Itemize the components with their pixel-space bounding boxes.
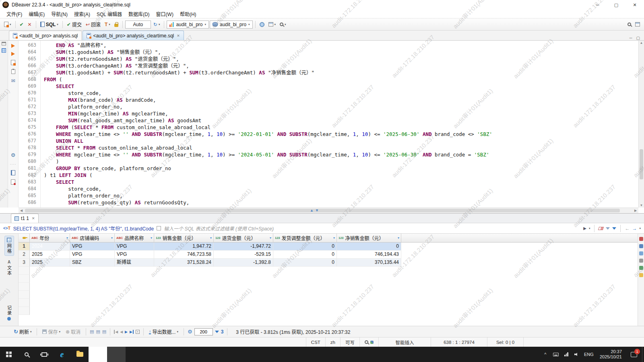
database-selector[interactable]: audit_bi_pro▾ <box>210 21 253 29</box>
code-line[interactable]: GROUP BY store_code, platform_order_no <box>44 165 638 172</box>
code-line[interactable]: ) <box>44 158 638 165</box>
dbeaver-active-taskbar-button[interactable] <box>107 347 126 362</box>
load-file-icon[interactable] <box>11 170 15 175</box>
menu-item[interactable]: 编辑(E) <box>25 10 48 18</box>
row-number[interactable]: 1 <box>19 243 30 251</box>
transaction-mode-dropdown[interactable]: T▾ <box>103 21 112 29</box>
refresh-connection-button[interactable]: ↻▾ <box>152 21 162 29</box>
table-cell[interactable]: VPG <box>115 243 154 251</box>
text-view-tab[interactable]: A 文本 <box>4 258 14 278</box>
column-filter-caret[interactable]: ▾ <box>333 236 335 240</box>
scrollbar-thumb[interactable] <box>640 149 643 179</box>
add-row-icon[interactable]: ▤ <box>90 329 94 334</box>
table-cell[interactable]: 746,723.58 <box>154 251 214 259</box>
grid-corner[interactable] <box>19 234 30 242</box>
database-navigator-icon[interactable] <box>2 48 6 53</box>
history-forward-icon[interactable]: → <box>632 226 637 231</box>
column-filter-caret[interactable]: ▾ <box>111 236 113 240</box>
history-back-icon[interactable]: ← <box>625 226 630 231</box>
tab-analysis-cleartime-sql[interactable]: <audit_bi_pro> analysis_cleartime.sql✕ <box>83 31 184 40</box>
last-page-icon[interactable]: ▶ <box>130 330 134 334</box>
code-line[interactable]: SUM(t1.goodsAmt) AS "销售金额（元）", <box>44 49 638 56</box>
code-line[interactable]: SUM(real_goods_amt_mgclear_time) AS good… <box>44 117 638 124</box>
tray-network-icon[interactable] <box>561 347 572 362</box>
menu-item[interactable]: 帮助(H) <box>177 10 200 18</box>
more-options-icon[interactable]: ···· <box>10 162 17 166</box>
tray-volume-icon[interactable] <box>572 347 582 362</box>
result-tab-t1[interactable]: t1 1 ✕ <box>11 214 39 223</box>
calc-panel-icon[interactable] <box>639 244 643 248</box>
minimize-view-icon[interactable]: ─ <box>629 36 632 40</box>
new-sql-script-button[interactable]: ▾ <box>2 21 13 28</box>
code-line[interactable]: ) t1 LEFT JOIN ( <box>44 172 638 179</box>
result-settings-icon[interactable]: ⚙ <box>188 329 192 335</box>
column-header[interactable]: 123销售金额（元）▾ <box>154 234 214 242</box>
table-cell[interactable]: -529.15 <box>214 251 273 259</box>
explain-plan-icon[interactable] <box>11 69 15 74</box>
column-header[interactable]: ABC年份▾ <box>30 234 70 242</box>
status-zoom-icon[interactable] <box>365 340 368 344</box>
value-panel-icon[interactable] <box>639 237 643 241</box>
save-file-icon[interactable] <box>11 179 15 185</box>
table-cell[interactable]: -1,392.8 <box>214 259 273 267</box>
auto-commit-combo[interactable]: Auto <box>125 21 151 29</box>
toolbar-search-button[interactable]: ▾ <box>278 21 288 27</box>
menu-item[interactable]: 搜索(A) <box>71 10 93 18</box>
menu-item[interactable]: 数据库(D) <box>125 10 153 18</box>
cancel-result-button[interactable]: ⊗取消 <box>64 327 82 336</box>
dbeaver-taskbar-button[interactable] <box>89 347 107 362</box>
execute-statement-icon[interactable] <box>11 44 15 48</box>
code-line[interactable]: SELECT <box>44 179 638 185</box>
taskbar-clock[interactable]: 20:37 2025/10/21 <box>596 347 626 362</box>
row-number[interactable]: 2 <box>19 251 30 259</box>
code-line[interactable]: WHERE mgclear_time <> '' AND SUBSTR(mgcl… <box>44 151 638 158</box>
editor-horizontal-scrollbar[interactable]: ◀ ▶ ▲ ▼ <box>19 208 638 213</box>
scroll-down-icon[interactable]: ▼ <box>639 204 644 207</box>
taskbar-search-button[interactable] <box>18 347 35 362</box>
internet-explorer-button[interactable]: e <box>53 347 71 362</box>
code-line[interactable]: FROM ( <box>44 76 638 83</box>
maximize-results-icon[interactable]: ▼ <box>315 208 319 213</box>
table-cell[interactable]: VPG <box>70 251 115 259</box>
apply-filter-icon[interactable]: ▶ <box>583 226 586 230</box>
rollback-button[interactable]: ↩回滚 <box>84 20 102 29</box>
first-page-icon[interactable]: ◀ <box>114 330 118 334</box>
table-cell[interactable]: 0 <box>273 251 337 259</box>
table-cell[interactable]: 1,947.72 <box>154 243 214 251</box>
table-cell[interactable]: VPG <box>70 243 115 251</box>
connection-selector[interactable]: audit_bi_pro▾ <box>167 21 209 29</box>
metadata-panel-icon[interactable] <box>639 259 643 263</box>
column-filter-caret[interactable]: ▾ <box>270 236 271 240</box>
result-tab-close-icon[interactable]: ✕ <box>32 216 35 220</box>
perspective-button[interactable] <box>634 21 642 28</box>
expand-filter-icon[interactable] <box>157 226 161 230</box>
code-line[interactable]: UNION ALL <box>44 138 638 144</box>
menu-item[interactable]: 导航(N) <box>48 10 71 18</box>
column-header[interactable]: 123净销售金额（元）▾ <box>337 234 401 242</box>
tab-close-icon[interactable]: ✕ <box>177 34 180 38</box>
global-search-button[interactable] <box>626 21 633 27</box>
column-header[interactable]: 123发货调整金额（元）▾ <box>273 234 337 242</box>
table-cell[interactable]: 0 <box>337 243 401 251</box>
table-cell[interactable]: -1,947.72 <box>214 243 273 251</box>
row-number[interactable]: 3 <box>19 259 30 267</box>
editor-vertical-scrollbar[interactable]: ▲ ▼ <box>638 41 644 208</box>
table-cell[interactable]: 2025 <box>30 251 70 259</box>
sql-editor-menu[interactable]: SQL▾ <box>39 21 60 29</box>
save-filter-icon[interactable] <box>612 227 616 230</box>
column-filter-caret[interactable]: ▾ <box>66 236 68 240</box>
show-desktop-button[interactable] <box>642 347 644 362</box>
code-line[interactable]: platform_order_no, <box>44 103 638 110</box>
grouping-panel-icon[interactable] <box>639 251 643 255</box>
fetch-size-input[interactable] <box>194 328 213 335</box>
table-cell[interactable]: SBZ <box>70 259 115 267</box>
references-panel-icon[interactable] <box>639 266 643 270</box>
scroll-left-icon[interactable]: ◀ <box>19 209 24 212</box>
connect-button[interactable]: ✔ <box>18 21 25 29</box>
column-header[interactable]: ABC店铺编码▾ <box>70 234 115 242</box>
start-button[interactable] <box>0 347 18 362</box>
column-header[interactable]: 123退货金额（元）▾ <box>214 234 273 242</box>
table-cell[interactable]: 斯搏兹 <box>115 259 154 267</box>
record-mode-tab[interactable]: 记录 <box>4 303 14 323</box>
compare-button[interactable] <box>258 21 266 28</box>
